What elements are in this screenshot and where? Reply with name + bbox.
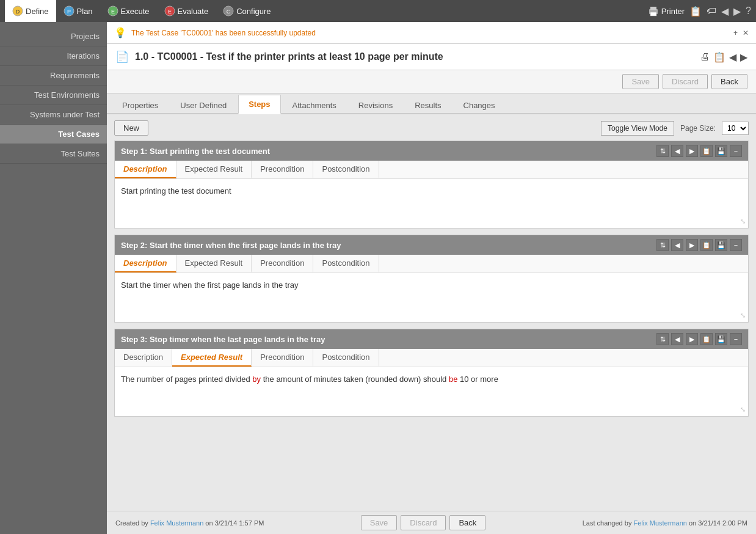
step-3-tab-expected[interactable]: Expected Result	[172, 349, 252, 367]
step-2-content: Start the timer when the first page land…	[115, 273, 748, 322]
step-3-prev[interactable]: ◀	[671, 333, 683, 345]
step-1-header: Step 1: Start printing the test document…	[115, 141, 748, 161]
execute-icon: E	[107, 5, 118, 16]
prev-icon[interactable]: ◀	[729, 51, 736, 63]
nav-plan[interactable]: P Plan	[56, 0, 100, 22]
step-3-copy[interactable]: 📋	[700, 333, 713, 345]
step-2-copy[interactable]: 📋	[700, 239, 713, 251]
step-1-tab-precondition[interactable]: Precondition	[252, 161, 313, 178]
content-area: New Toggle View Mode Page Size: 10 20 50…	[107, 114, 756, 511]
footer-changed-on: 3/21/14 2:00 PM	[698, 519, 747, 527]
step-3-text: The number of pages printed divided by t…	[121, 373, 742, 386]
print-icon[interactable]: 🖨	[700, 51, 710, 62]
main-content: 💡 The Test Case 'TC00001' has been succe…	[107, 22, 756, 534]
footer-changed-by[interactable]: Felix Mustermann	[633, 519, 686, 527]
copy-icon[interactable]: 📋	[689, 5, 702, 17]
footer-discard-button[interactable]: Discard	[401, 515, 446, 530]
step-3-controls: ⇅ ◀ ▶ 📋 💾 −	[656, 333, 742, 345]
page-icon: 📄	[115, 50, 129, 64]
nav-define[interactable]: D Define	[5, 0, 56, 22]
save-button[interactable]: Save	[622, 74, 659, 89]
sidebar-item-test-environments[interactable]: Test Environments	[0, 86, 107, 105]
step-1-tab-description[interactable]: Description	[115, 161, 176, 178]
step-2-tab-expected[interactable]: Expected Result	[176, 255, 252, 272]
step-1-controls: ⇅ ◀ ▶ 📋 💾 −	[656, 145, 742, 157]
step-3-save[interactable]: 💾	[715, 333, 727, 345]
step-1-updown[interactable]: ⇅	[656, 145, 669, 157]
top-nav-right: Printer 📋 🏷 ◀ ▶ ?	[648, 5, 751, 17]
tab-attachments[interactable]: Attachments	[282, 96, 347, 114]
step-3-tab-description[interactable]: Description	[115, 349, 172, 367]
step-2-save[interactable]: 💾	[715, 239, 727, 251]
step-2-prev[interactable]: ◀	[671, 239, 683, 251]
sidebar-item-iterations[interactable]: Iterations	[0, 46, 107, 66]
footer-save-button[interactable]: Save	[361, 515, 398, 530]
footer-created: Created by Felix Mustermann on 3/21/14 1…	[115, 519, 264, 527]
svg-rect-12	[650, 12, 656, 16]
new-step-button[interactable]: New	[114, 120, 148, 136]
forward-icon[interactable]: ▶	[733, 5, 741, 17]
step-3-tab-postcondition[interactable]: Postcondition	[313, 349, 379, 367]
steps-toolbar: New Toggle View Mode Page Size: 10 20 50	[114, 120, 749, 136]
notification-close[interactable]: ✕	[743, 29, 749, 37]
footer-actions: Save Discard Back	[361, 515, 486, 530]
step-2-next[interactable]: ▶	[686, 239, 698, 251]
sidebar-item-test-cases[interactable]: Test Cases	[0, 125, 107, 144]
help-icon[interactable]: ?	[746, 5, 751, 16]
sidebar-item-requirements[interactable]: Requirements	[0, 66, 107, 86]
step-3-header: Step 3: Stop timer when the last page la…	[115, 329, 748, 349]
tab-properties[interactable]: Properties	[112, 96, 169, 114]
step-2-tab-description[interactable]: Description	[115, 255, 176, 272]
step-3-tab-precondition[interactable]: Precondition	[252, 349, 313, 367]
copy2-icon[interactable]: 📋	[713, 51, 725, 63]
nav-configure[interactable]: C Configure	[216, 0, 278, 22]
svg-text:E: E	[168, 9, 172, 15]
step-2-remove[interactable]: −	[730, 239, 742, 251]
top-navigation: D Define P Plan E Execute E Evaluate C C…	[0, 0, 756, 22]
step-2-tab-precondition[interactable]: Precondition	[252, 255, 313, 272]
printer-button[interactable]: Printer	[648, 5, 685, 16]
tab-results[interactable]: Results	[404, 96, 451, 114]
step-1-remove[interactable]: −	[730, 145, 742, 157]
step-3-remove[interactable]: −	[730, 333, 742, 345]
step-1-tab-postcondition[interactable]: Postcondition	[313, 161, 379, 178]
sidebar-item-test-suites[interactable]: Test Suites	[0, 144, 107, 164]
next-icon[interactable]: ▶	[740, 51, 747, 63]
step-3-updown[interactable]: ⇅	[656, 333, 669, 345]
footer-created-by[interactable]: Felix Mustermann	[150, 519, 203, 527]
action-bar: Save Discard Back	[107, 70, 756, 93]
step-1-copy[interactable]: 📋	[700, 145, 713, 157]
discard-button[interactable]: Discard	[663, 74, 708, 89]
step-3-resize[interactable]: ⤡	[740, 406, 746, 414]
tab-user-defined[interactable]: User Defined	[170, 96, 237, 114]
tab-steps[interactable]: Steps	[238, 95, 280, 114]
step-2-tab-postcondition[interactable]: Postcondition	[313, 255, 379, 272]
nav-evaluate[interactable]: E Evaluate	[157, 0, 216, 22]
sidebar-item-projects[interactable]: Projects	[0, 27, 107, 46]
toggle-view-button[interactable]: Toggle View Mode	[601, 121, 674, 136]
footer-back-button[interactable]: Back	[449, 515, 485, 530]
step-1-next[interactable]: ▶	[686, 145, 698, 157]
tab-revisions[interactable]: Revisions	[348, 96, 403, 114]
back-icon[interactable]: ◀	[721, 5, 729, 17]
step-2-updown[interactable]: ⇅	[656, 239, 669, 251]
tag-icon[interactable]: 🏷	[707, 5, 716, 16]
step-1-resize[interactable]: ⤡	[740, 218, 746, 225]
step-1-prev[interactable]: ◀	[671, 145, 683, 157]
step-1-title: Step 1: Start printing the test document	[121, 147, 270, 156]
step-3-next[interactable]: ▶	[686, 333, 698, 345]
bulb-icon: 💡	[114, 27, 126, 38]
step-1-save[interactable]: 💾	[715, 145, 727, 157]
nav-execute[interactable]: E Execute	[100, 0, 157, 22]
page-header-actions: 🖨 📋 ◀ ▶	[700, 51, 747, 63]
notification-expand[interactable]: +	[733, 29, 738, 37]
page-size-select[interactable]: 10 20 50	[722, 122, 749, 135]
step-3-tabs: Description Expected Result Precondition…	[115, 349, 748, 367]
sidebar-item-systems-under-test[interactable]: Systems under Test	[0, 105, 107, 125]
step-2-resize[interactable]: ⤡	[740, 312, 746, 320]
tab-changes[interactable]: Changes	[453, 96, 506, 114]
steps-toolbar-right: Toggle View Mode Page Size: 10 20 50	[601, 121, 749, 136]
printer-icon	[648, 5, 659, 16]
step-1-tab-expected[interactable]: Expected Result	[176, 161, 252, 178]
back-button[interactable]: Back	[711, 74, 747, 89]
